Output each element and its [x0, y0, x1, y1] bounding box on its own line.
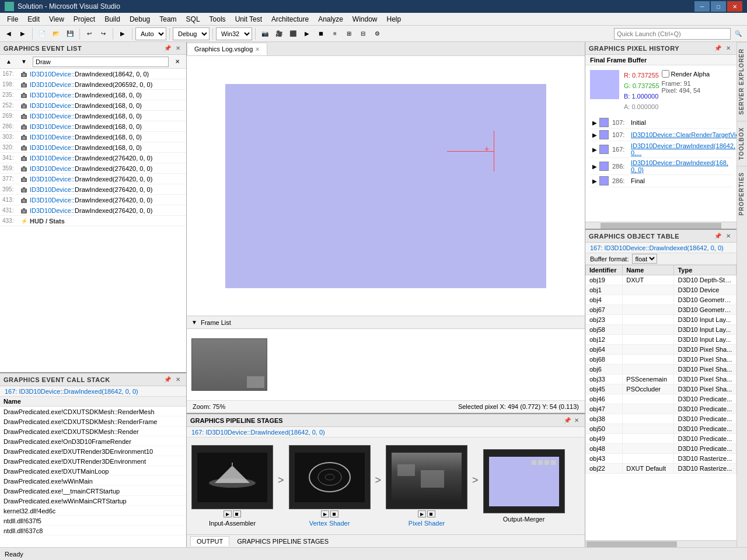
table-row[interactable]: obj47D3D10 Predicate...: [586, 404, 736, 414]
toolbar-run[interactable]: ▶: [116, 27, 129, 40]
gel-up-btn[interactable]: ▲: [2, 55, 15, 68]
menu-analyze[interactable]: Analyze: [313, 14, 348, 24]
stage-vs-play[interactable]: ▶: [321, 510, 329, 517]
table-row[interactable]: obj50D3D10 Predicate...: [586, 424, 736, 434]
bottom-tab-pipeline[interactable]: GRAPHICS PIPELINE STAGES: [231, 536, 335, 547]
table-row[interactable]: obj58D3D10 Input Lay...: [586, 325, 736, 335]
callstack-item[interactable]: DrawPredicated.exe!DXUTRender3DEnvironme…: [0, 456, 186, 466]
gel-item-link[interactable]: ID3D10Device::: [30, 186, 75, 193]
menu-help[interactable]: Help: [382, 14, 406, 24]
minimize-button[interactable]: ─: [694, 1, 710, 12]
toolbar-b5[interactable]: ⏹: [315, 27, 327, 40]
toolbar-b9[interactable]: ⚙: [371, 27, 383, 40]
close-button[interactable]: ✕: [727, 1, 742, 12]
pixel-event-link[interactable]: ID3D10Device::DrawIndexed(18642, 0,...: [631, 142, 735, 156]
table-row[interactable]: obj49D3D10 Predicate...: [586, 434, 736, 444]
table-row[interactable]: obj23D3D10 Input Lay...: [586, 315, 736, 325]
pixel-event-expand[interactable]: ▶: [592, 163, 597, 170]
table-row[interactable]: obj67D3D10 Geometry...: [586, 305, 736, 315]
gel-item-link[interactable]: ID3D10Device::: [30, 113, 75, 120]
gel-search-input[interactable]: [33, 57, 169, 67]
build-dropdown[interactable]: Debug: [173, 27, 210, 40]
menu-debug[interactable]: Debug: [125, 14, 155, 24]
callstack-item[interactable]: ntdll.dll!637f5: [0, 516, 186, 526]
stage-vs-link[interactable]: Vertex Shader: [309, 520, 350, 527]
pixel-event-expand[interactable]: ▶: [592, 178, 597, 184]
maximize-button[interactable]: □: [711, 1, 726, 12]
render-alpha-check[interactable]: [662, 70, 669, 78]
menu-window[interactable]: Window: [348, 14, 382, 24]
config-dropdown[interactable]: Auto: [135, 27, 166, 40]
toolbar-new[interactable]: 📄: [36, 27, 48, 40]
gel-item-link[interactable]: ID3D10Device::: [30, 92, 75, 99]
pipeline-pin-btn[interactable]: 📌: [563, 416, 572, 425]
gel-item-link[interactable]: ID3D10Device::: [30, 71, 75, 78]
toolbar-save[interactable]: 💾: [64, 27, 76, 40]
toolbar-b2[interactable]: 🎥: [273, 27, 285, 40]
callstack-item[interactable]: DrawPredicated.exe!wWinMainCRTStartup: [0, 496, 186, 506]
gel-item[interactable]: 198:ID3D10Device::DrawIndexed(206592, 0,…: [0, 79, 186, 90]
pixel-event-expand[interactable]: ▶: [592, 120, 597, 126]
toolbar-undo[interactable]: ↩: [83, 27, 96, 40]
obj-table-content[interactable]: Identifier Name Type obj19DXUTD3D10 Dept…: [585, 265, 736, 540]
table-row[interactable]: obj68D3D10 Pixel Sha...: [586, 355, 736, 365]
toolbar-capture[interactable]: 📷: [259, 27, 271, 40]
pixel-event-link[interactable]: ID3D10Device::DrawIndexed(168, 0, 0): [631, 159, 728, 173]
gel-item-link[interactable]: ID3D10Device::: [30, 207, 75, 214]
pixel-event-link[interactable]: ID3D10Device::ClearRenderTargetView...: [631, 131, 736, 138]
table-row[interactable]: obj6D3D10 Pixel Sha...: [586, 365, 736, 374]
table-row[interactable]: obj22DXUT DefaultD3D10 Rasterize...: [586, 464, 736, 474]
gel-item-link[interactable]: ID3D10Device::: [30, 134, 75, 141]
callstack-close-btn[interactable]: ✕: [173, 375, 183, 384]
frame-list-collapse[interactable]: ▼: [191, 319, 197, 326]
table-row[interactable]: obj43D3D10 Rasterize...: [586, 454, 736, 464]
table-row[interactable]: obj45PSOccluderD3D10 Pixel Sha...: [586, 384, 736, 394]
callstack-item[interactable]: DrawPredicated.exe!wWinMain: [0, 476, 186, 486]
menu-project[interactable]: Project: [69, 14, 100, 24]
gel-item[interactable]: 235:ID3D10Device::DrawIndexed(168, 0, 0): [0, 90, 186, 100]
gel-item[interactable]: 431:ID3D10Device::DrawIndexed(276420, 0,…: [0, 205, 186, 216]
pipeline-close-btn[interactable]: ✕: [572, 416, 581, 425]
callstack-pin-btn[interactable]: 📌: [163, 375, 172, 384]
gel-item-link[interactable]: ID3D10Device::: [30, 102, 75, 109]
gel-item-link[interactable]: ID3D10Device::: [30, 197, 75, 204]
stage-ps-stop[interactable]: ⏹: [427, 510, 435, 517]
table-row[interactable]: obj64D3D10 Pixel Sha...: [586, 345, 736, 355]
pixel-hist-pin[interactable]: 📌: [713, 44, 722, 53]
table-row[interactable]: obj19DXUTD3D10 Depth-Ste...: [586, 275, 736, 285]
gel-item[interactable]: 252:ID3D10Device::DrawIndexed(168, 0, 0): [0, 100, 186, 111]
callstack-item[interactable]: DrawPredicated.exe!DXUTRender3DEnvironme…: [0, 446, 186, 456]
toolbar-redo[interactable]: ↪: [97, 27, 110, 40]
table-row[interactable]: obj33PSScenemainD3D10 Pixel Sha...: [586, 374, 736, 384]
gel-item-link[interactable]: ID3D10Device::: [30, 155, 75, 162]
gel-item[interactable]: 286:ID3D10Device::DrawIndexed(168, 0, 0): [0, 121, 186, 132]
table-row[interactable]: obj12D3D10 Input Lay...: [586, 335, 736, 345]
stage-ia-play[interactable]: ▶: [224, 510, 232, 517]
gel-item[interactable]: 303:ID3D10Device::DrawIndexed(168, 0, 0): [0, 132, 186, 142]
toolbar-b4[interactable]: ▶: [301, 27, 313, 40]
gel-pin-btn[interactable]: 📌: [163, 44, 172, 53]
gel-item[interactable]: 341:ID3D10Device::DrawIndexed(276420, 0,…: [0, 153, 186, 163]
stage-ps-link[interactable]: Pixel Shader: [409, 520, 445, 527]
table-row[interactable]: obj38D3D10 Predicate...: [586, 414, 736, 424]
gel-item[interactable]: 395:ID3D10Device::DrawIndexed(276420, 0,…: [0, 184, 186, 195]
gel-item[interactable]: 413:ID3D10Device::DrawIndexed(276420, 0,…: [0, 195, 186, 205]
menu-tools[interactable]: Tools: [205, 14, 231, 24]
gel-item-link[interactable]: ID3D10Device::: [30, 165, 75, 172]
stage-ia-stop[interactable]: ⏹: [233, 510, 241, 517]
obj-table-scrollbar[interactable]: [585, 540, 736, 547]
gel-item[interactable]: 167:ID3D10Device::DrawIndexed(18642, 0, …: [0, 69, 186, 79]
menu-build[interactable]: Build: [100, 14, 125, 24]
toolbar-back[interactable]: ◀: [2, 27, 15, 40]
obj-table-close[interactable]: ✕: [724, 232, 733, 241]
gel-item[interactable]: 269:ID3D10Device::DrawIndexed(168, 0, 0): [0, 111, 186, 121]
table-row[interactable]: obj48D3D10 Predicate...: [586, 444, 736, 454]
pixel-hist-close[interactable]: ✕: [724, 44, 733, 53]
callstack-list[interactable]: DrawPredicated.exe!CDXUTSDKMesh::RenderM…: [0, 407, 186, 547]
quick-launch-input[interactable]: [614, 28, 731, 40]
table-row[interactable]: obj46D3D10 Predicate...: [586, 394, 736, 404]
toolbar-b6[interactable]: ≡: [329, 27, 341, 40]
main-tab[interactable]: Graphics Log.vsglog ✕: [187, 43, 267, 55]
menu-sql[interactable]: SQL: [181, 14, 205, 24]
tab-close-btn[interactable]: ✕: [255, 46, 260, 52]
